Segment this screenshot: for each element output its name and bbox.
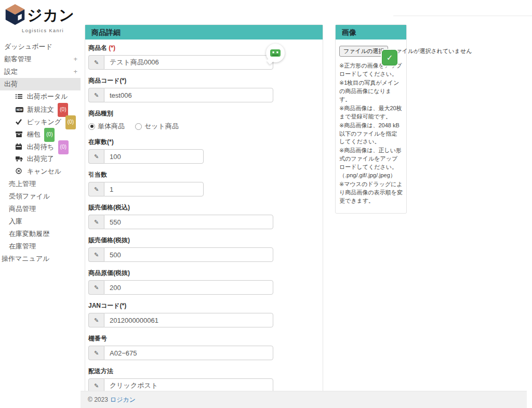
choose-file-button[interactable]: ファイルの選択	[339, 46, 388, 57]
sidebar-item-label: 受領ファイル	[9, 192, 50, 200]
sidebar-item-products[interactable]: 商品管理	[0, 203, 81, 215]
field-product-code: 商品コード(*) ✎	[88, 76, 320, 102]
sidebar-item-awaiting-shipment[interactable]: 出荷待ち (0)	[0, 140, 81, 153]
sidebar-item-label: 出荷ポータル	[27, 93, 68, 100]
field-stock-qty: 在庫数(*) ✎	[88, 138, 320, 164]
sidebar-item-customers[interactable]: 顧客管理 +	[0, 53, 81, 65]
sidebar-item-cancel[interactable]: キャンセル	[0, 165, 81, 178]
app-root: ジカン Logistics Kanri ダッシュボード 顧客管理 + 設定 + …	[0, 0, 532, 408]
sidebar-item-label: 売上管理	[9, 180, 36, 188]
radio-set-product[interactable]: セット商品	[135, 122, 179, 131]
field-shelf-number: 棚番号 ✎	[88, 334, 320, 360]
check-overlay-icon[interactable]: ✓	[382, 50, 397, 65]
sidebar-item-shipping[interactable]: 出荷	[0, 78, 81, 90]
allocated-qty-input[interactable]	[104, 182, 204, 196]
radio-icon[interactable]	[135, 123, 142, 130]
sidebar-item-inbound[interactable]: 入庫	[0, 215, 81, 228]
copyright-text: © 2023	[88, 396, 108, 403]
sidebar-item-label: 出荷完了	[27, 155, 54, 163]
sidebar-item-label: 出荷	[4, 80, 18, 88]
sidebar-item-shipping-portal[interactable]: 出荷ポータル	[0, 90, 81, 103]
pencil-icon: ✎	[88, 55, 104, 70]
sidebar-item-shipped[interactable]: 出荷完了	[0, 153, 81, 165]
product-name-input[interactable]	[104, 55, 273, 70]
pencil-icon: ✎	[88, 215, 104, 229]
sidebar-item-settings[interactable]: 設定 +	[0, 65, 81, 78]
sidebar-item-dashboard[interactable]: ダッシュボード	[0, 41, 81, 53]
field-label: 販売価格(税抜)	[88, 236, 320, 245]
sidebar-item-stock[interactable]: 在庫管理	[0, 240, 81, 253]
field-price-tax-incl: 販売価格(税込) ✎	[88, 203, 320, 229]
shelf-number-input[interactable]	[104, 346, 273, 360]
cancel-circle-icon	[16, 166, 23, 178]
note-line: ※商品画像は、2048 kB以下のファイルを指定してください。	[339, 122, 403, 147]
field-label: 在庫数(*)	[88, 138, 320, 147]
count-badge: (0)	[44, 128, 55, 142]
product-code-input[interactable]	[104, 88, 273, 102]
footer-brand-link[interactable]: ロジカン	[110, 396, 136, 404]
pencil-icon: ✎	[88, 346, 104, 360]
calendar-icon	[16, 141, 23, 154]
new-order-icon: NEW	[16, 104, 23, 116]
note-line: ※1枚目の写真がメインの商品画像になります。	[339, 79, 403, 104]
field-label: 商品種別	[88, 109, 320, 118]
expand-plus-icon[interactable]: +	[73, 65, 77, 78]
sidebar-item-manual[interactable]: 操作マニュアル	[0, 253, 81, 265]
sidebar-item-label: 在庫変動履歴	[9, 230, 49, 238]
field-label: 配送方法	[88, 367, 320, 376]
sidebar-item-label: 商品管理	[9, 205, 36, 213]
truck-icon	[16, 153, 23, 166]
radio-label: 単体商品	[98, 122, 125, 131]
image-upload-area: ファイルの選択ファイルが選択されていません ※正方形の画像をアップロードしてくだ…	[336, 40, 406, 213]
cost-price-input[interactable]	[104, 280, 273, 295]
robot-assistant-icon[interactable]	[266, 44, 285, 62]
field-label: 商品名 (*)	[88, 44, 320, 52]
count-badge: (0)	[58, 140, 69, 154]
logo-subtitle: Logistics Kanri	[22, 28, 81, 33]
radio-single-product[interactable]: 単体商品	[88, 122, 125, 131]
field-shipping-method: 配送方法 ✎	[88, 367, 320, 393]
field-label: 販売価格(税込)	[88, 203, 320, 212]
radio-label: セット商品	[144, 122, 179, 131]
field-label: 棚番号	[88, 334, 320, 343]
count-badge: (0)	[58, 103, 68, 117]
logo[interactable]: ジカン Logistics Kanri	[0, 0, 81, 36]
sidebar-item-picking[interactable]: ピッキング (0)	[0, 115, 81, 128]
sidebar-item-label: 入庫	[9, 217, 22, 225]
jan-code-input[interactable]	[104, 313, 273, 327]
product-detail-panel: 商品詳細 商品名 (*) ✎ 商品コード(*) ✎ 商品種別	[85, 24, 323, 408]
sidebar-item-label: 設定	[4, 68, 18, 75]
sidebar-item-label: 顧客管理	[4, 55, 31, 63]
expand-plus-icon[interactable]: +	[73, 53, 77, 65]
field-jan-code: JANコード(*) ✎	[88, 301, 320, 327]
sidebar-item-label: 出荷待ち	[27, 143, 54, 151]
sidebar-item-label: 操作マニュアル	[2, 255, 50, 262]
field-price-tax-excl: 販売価格(税抜) ✎	[88, 236, 320, 262]
logo-title: ジカン	[27, 5, 75, 26]
sidebar-item-stock-history[interactable]: 在庫変動履歴	[0, 228, 81, 240]
picking-check-icon	[16, 116, 23, 129]
file-status-text: ファイルが選択されていません	[390, 48, 472, 54]
stock-qty-input[interactable]	[104, 149, 204, 164]
pencil-icon: ✎	[88, 182, 104, 196]
field-allocated-qty: 引当数 ✎	[88, 170, 320, 196]
pencil-icon: ✎	[88, 247, 104, 262]
sidebar-item-new-orders[interactable]: NEW 新規注文 (0)	[0, 103, 81, 115]
field-label: 商品コード(*)	[88, 76, 320, 85]
page-footer: © 2023 ロジカン	[81, 391, 527, 408]
sidebar-item-packing[interactable]: 梱包 (0)	[0, 128, 81, 140]
sidebar-item-label: ダッシュボード	[4, 43, 52, 50]
pencil-icon: ✎	[88, 280, 104, 295]
list-icon	[16, 91, 23, 103]
sidebar-item-receipt-files[interactable]: 受領ファイル	[0, 190, 81, 203]
price-tax-excl-input[interactable]	[104, 247, 273, 262]
field-cost-price: 商品原価(税抜) ✎	[88, 269, 320, 295]
product-form: 商品名 (*) ✎ 商品コード(*) ✎ 商品種別 単体商品	[85, 40, 323, 408]
radio-icon[interactable]	[88, 123, 95, 130]
svg-text:NEW: NEW	[17, 108, 23, 111]
logo-cube-icon	[4, 3, 26, 28]
sidebar-item-label: ピッキング	[27, 118, 62, 126]
sidebar-item-sales[interactable]: 売上管理	[0, 178, 81, 190]
count-badge: (0)	[65, 115, 76, 129]
price-tax-incl-input[interactable]	[104, 215, 273, 229]
